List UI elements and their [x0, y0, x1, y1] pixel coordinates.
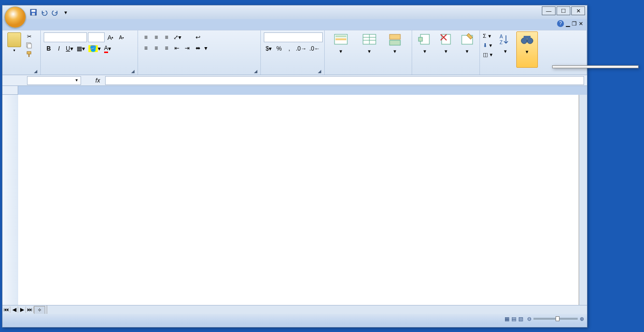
cell-styles-icon [388, 32, 402, 47]
decrease-decimal-icon[interactable]: .0← [308, 44, 322, 54]
merge-center-button[interactable]: ⬌▾ [194, 43, 258, 53]
doc-minimize-icon[interactable]: ▁ [566, 21, 570, 27]
select-all-corner[interactable] [2, 86, 18, 95]
cells-area[interactable] [18, 95, 579, 305]
align-left-icon[interactable]: ≡ [141, 43, 151, 53]
svg-rect-15 [390, 40, 400, 45]
find-select-menu [552, 65, 639, 68]
cell-styles-button[interactable]: ▾ [384, 31, 406, 68]
view-normal-icon[interactable]: ▦ [504, 316, 509, 322]
format-cells-button[interactable]: ▾ [456, 31, 477, 68]
merge-icon: ⬌ [196, 45, 200, 52]
conditional-formatting-icon [334, 32, 348, 47]
clear-button[interactable]: ◫▾ [482, 50, 494, 59]
zoom-out-icon[interactable]: ⊖ [527, 316, 532, 322]
worksheet-grid [2, 86, 587, 305]
font-color-icon[interactable]: A▾ [103, 44, 112, 54]
border-icon[interactable]: ▦▾ [75, 44, 86, 54]
conditional-formatting-button[interactable]: ▾ [327, 31, 355, 68]
underline-icon[interactable]: U▾ [64, 44, 75, 54]
table-icon [362, 32, 377, 47]
fill-button[interactable]: ⬇▾ [482, 41, 494, 50]
close-button[interactable]: ✕ [571, 6, 585, 15]
delete-cells-button[interactable]: ▾ [435, 31, 456, 68]
copy-icon[interactable] [25, 41, 33, 49]
sheet-tab-bar: ⏮ ◀ ▶ ⏭ ✧ [2, 305, 587, 314]
insert-cells-icon [418, 32, 432, 47]
cut-icon[interactable]: ✂ [25, 32, 33, 40]
ribbon-tabs: ? ▁ ❐ ✕ [28, 19, 587, 30]
sort-filter-icon: AZ [498, 32, 513, 47]
align-right-icon[interactable]: ≡ [162, 43, 171, 53]
percent-icon[interactable]: % [274, 44, 284, 54]
wrap-text-button[interactable]: ↩ [194, 32, 248, 42]
decrease-indent-icon[interactable]: ⇤ [172, 43, 182, 53]
undo-icon[interactable] [40, 8, 49, 17]
sigma-icon: Σ [483, 33, 486, 39]
doc-restore-icon[interactable]: ❐ [572, 21, 577, 27]
number-dialog-icon[interactable]: ◢ [318, 69, 323, 74]
number-format-select[interactable] [264, 32, 323, 42]
view-layout-icon[interactable]: ▤ [511, 316, 516, 322]
vertical-scrollbar[interactable] [579, 95, 587, 305]
format-as-table-button[interactable]: ▾ [355, 31, 384, 68]
align-center-icon[interactable]: ≡ [151, 43, 161, 53]
office-button[interactable] [4, 6, 26, 28]
clipboard-dialog-icon[interactable]: ◢ [34, 69, 39, 74]
svg-rect-9 [336, 38, 346, 40]
decrease-font-icon[interactable]: A▾ [116, 32, 126, 42]
horizontal-scrollbar[interactable] [47, 305, 587, 314]
svg-text:A: A [500, 34, 503, 39]
save-icon[interactable] [29, 8, 38, 17]
fill-down-icon: ⬇ [483, 42, 487, 49]
sheet-nav-first-icon[interactable]: ⏮ [2, 306, 10, 313]
fx-icon[interactable]: fx [92, 77, 104, 84]
qat-customize-icon[interactable]: ▾ [61, 8, 70, 17]
name-box[interactable]: ▼ [27, 76, 81, 85]
paste-button[interactable]: ▾ [4, 31, 24, 68]
font-name-select[interactable] [44, 32, 87, 42]
currency-icon[interactable]: $▾ [264, 44, 274, 54]
minimize-button[interactable]: — [542, 6, 556, 15]
sheet-nav-next-icon[interactable]: ▶ [18, 306, 26, 313]
sheet-nav-last-icon[interactable]: ⏭ [26, 306, 34, 313]
comma-icon[interactable]: , [284, 44, 294, 54]
fill-color-icon[interactable]: 🪣▾ [87, 44, 102, 54]
sheet-nav-prev-icon[interactable]: ◀ [10, 306, 18, 313]
increase-indent-icon[interactable]: ⇥ [182, 43, 192, 53]
doc-close-icon[interactable]: ✕ [579, 21, 583, 27]
formula-input[interactable] [106, 76, 584, 85]
font-dialog-icon[interactable]: ◢ [131, 69, 136, 74]
italic-icon[interactable]: I [54, 44, 64, 54]
new-sheet-button[interactable]: ✧ [34, 306, 45, 314]
increase-font-icon[interactable]: A▴ [106, 32, 115, 42]
eraser-icon: ◫ [483, 52, 488, 58]
bold-icon[interactable]: B [44, 44, 54, 54]
zoom-slider[interactable] [533, 318, 578, 320]
font-size-select[interactable] [88, 32, 105, 42]
format-painter-icon[interactable] [25, 50, 33, 58]
increase-decimal-icon[interactable]: .0→ [295, 44, 308, 54]
excel-window: ▾ — ☐ ✕ ? ▁ ❐ ✕ ▾ ✂ [2, 5, 588, 328]
svg-text:Z: Z [500, 40, 503, 45]
maximize-button[interactable]: ☐ [557, 6, 570, 15]
chevron-down-icon: ▾ [13, 48, 15, 53]
sort-filter-button[interactable]: AZ▾ [495, 31, 516, 68]
align-top-icon[interactable]: ≡ [141, 32, 151, 42]
autosum-button[interactable]: Σ▾ [482, 31, 494, 40]
zoom-in-icon[interactable]: ⊕ [580, 316, 584, 322]
view-pagebreak-icon[interactable]: ▧ [518, 316, 523, 322]
svg-rect-1 [31, 10, 35, 12]
svg-rect-8 [336, 35, 346, 37]
paste-icon [7, 32, 21, 47]
alignment-dialog-icon[interactable]: ◢ [254, 69, 259, 74]
align-middle-icon[interactable]: ≡ [151, 32, 161, 42]
find-select-button[interactable]: ▾ [516, 31, 538, 68]
binoculars-icon [520, 33, 534, 48]
svg-rect-2 [32, 13, 35, 15]
align-bottom-icon[interactable]: ≡ [162, 32, 171, 42]
insert-cells-button[interactable]: ▾ [414, 31, 435, 68]
help-icon[interactable]: ? [557, 20, 564, 27]
redo-icon[interactable] [51, 8, 59, 17]
orientation-icon[interactable]: ⤢▾ [172, 32, 183, 42]
